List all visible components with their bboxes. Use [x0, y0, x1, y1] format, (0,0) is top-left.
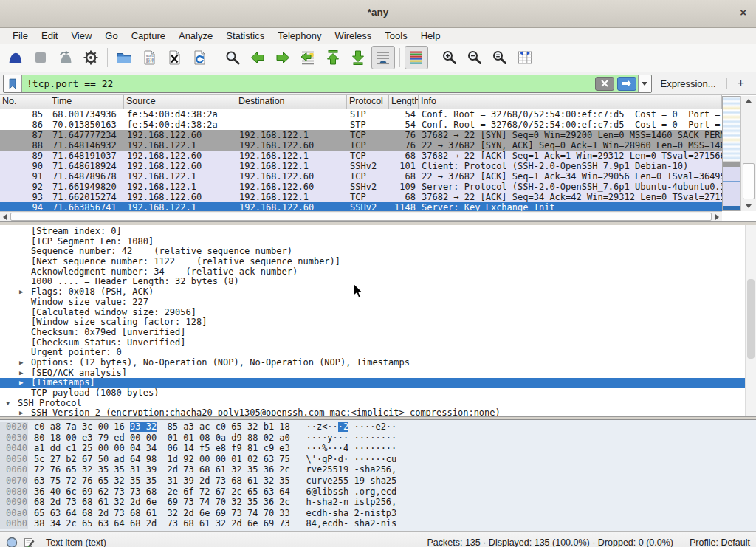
open-file-button[interactable]: [112, 46, 136, 69]
packet-row[interactable]: 9371.662015274192.168.122.60192.168.122.…: [0, 192, 722, 202]
previous-packet-button[interactable]: [246, 46, 269, 69]
restart-capture-button[interactable]: [54, 46, 78, 69]
filter-history-dropdown[interactable]: [638, 75, 651, 92]
menu-item[interactable]: Tools: [378, 29, 413, 43]
detail-line[interactable]: ▶[Timestamps]: [0, 378, 756, 388]
last-packet-button[interactable]: [346, 46, 370, 69]
menu-item[interactable]: Edit: [35, 29, 64, 43]
first-packet-button[interactable]: [321, 46, 345, 69]
column-header[interactable]: Info: [419, 95, 722, 109]
expand-arrow-icon[interactable]: ▶: [19, 287, 31, 297]
zoom-in-button[interactable]: [438, 46, 461, 69]
detail-line[interactable]: Window size value: 227: [0, 297, 756, 308]
filter-clear-button[interactable]: [595, 77, 614, 91]
scroll-left-button[interactable]: [0, 214, 10, 220]
menu-item[interactable]: Statistics: [219, 29, 271, 43]
stop-capture-button[interactable]: [29, 46, 52, 69]
zoom-out-button[interactable]: [463, 46, 487, 69]
hex-row[interactable]: 008036 40 6c 69 62 73 73 68 2e 6f 72 67 …: [0, 486, 756, 498]
goto-packet-button[interactable]: [296, 46, 320, 69]
column-header[interactable]: No.: [0, 95, 49, 109]
scroll-up-button[interactable]: [741, 96, 756, 106]
zoom-reset-button[interactable]: [488, 46, 512, 69]
menu-item[interactable]: Go: [98, 29, 124, 43]
packet-row[interactable]: 8871.648146932192.168.122.1192.168.122.6…: [0, 140, 722, 151]
expand-arrow-icon[interactable]: ▶: [19, 358, 31, 368]
add-filter-button[interactable]: +: [738, 77, 744, 90]
menu-item[interactable]: Help: [414, 29, 447, 43]
detail-line[interactable]: ▶Options: (12 bytes), No-Operation (NOP)…: [0, 358, 756, 368]
scroll-down-button[interactable]: [741, 202, 756, 211]
expert-info-button[interactable]: [6, 537, 18, 547]
close-icon[interactable]: ×: [740, 6, 746, 18]
detail-line[interactable]: [Calculated window size: 29056]: [0, 308, 756, 318]
packet-row[interactable]: 8771.647777234192.168.122.60192.168.122.…: [0, 130, 722, 140]
detail-line[interactable]: 1000 .... = Header Length: 32 bytes (8): [0, 277, 756, 287]
reload-file-button[interactable]: [188, 46, 211, 69]
capture-comment-button[interactable]: [24, 537, 35, 547]
expression-button[interactable]: Expression...: [661, 78, 716, 89]
detail-line[interactable]: ▶Flags: 0x018 (PSH, ACK): [0, 287, 756, 297]
scrollbar-track[interactable]: [741, 106, 756, 202]
scrollbar-thumb[interactable]: [747, 279, 755, 359]
detail-line[interactable]: [Next sequence number: 1122 (relative se…: [0, 257, 756, 267]
colorize-button[interactable]: [405, 46, 428, 69]
scrollbar-thumb[interactable]: [743, 163, 755, 199]
hex-row[interactable]: 00505c 27 b2 67 50 ad 64 98 1d 92 00 00 …: [0, 454, 756, 465]
detail-line[interactable]: [TCP Segment Len: 1080]: [0, 237, 756, 247]
menu-item[interactable]: View: [64, 29, 98, 43]
detail-line[interactable]: [Stream index: 0]: [0, 227, 756, 237]
expand-arrow-icon[interactable]: ▶: [19, 378, 31, 388]
hex-row[interactable]: 0040a1 dd c1 25 00 00 04 34 06 14 f5 e8 …: [0, 443, 756, 454]
hex-row[interactable]: 0020c0 a8 7a 3c 00 16 93 32 85 a3 ac c0 …: [0, 422, 756, 433]
menu-item[interactable]: Telephony: [271, 29, 328, 43]
detail-vertical-scrollbar[interactable]: [745, 225, 756, 416]
column-header[interactable]: Length: [389, 95, 419, 109]
hex-row[interactable]: 009068 2d 73 68 61 32 2d 6e 69 73 74 70 …: [0, 497, 756, 508]
packet-list-horizontal-scrollbar[interactable]: [0, 211, 722, 221]
find-packet-button[interactable]: [221, 46, 244, 69]
profile-text[interactable]: Profile: Default: [690, 537, 750, 547]
expand-arrow-icon[interactable]: ▶: [19, 368, 31, 379]
menu-item[interactable]: Analyze: [172, 29, 219, 43]
save-file-button[interactable]: 010101100111: [137, 46, 161, 69]
intelligent-scrollbar-minimap[interactable]: [722, 96, 740, 211]
auto-scroll-button[interactable]: [371, 46, 395, 69]
hex-row[interactable]: 003080 18 00 e3 79 ed 00 00 01 01 08 0a …: [0, 433, 756, 444]
filter-apply-button[interactable]: [617, 77, 636, 91]
detail-line[interactable]: ▼SSH Protocol: [0, 399, 756, 409]
detail-line[interactable]: Checksum: 0x79ed [unverified]: [0, 328, 756, 338]
start-capture-button[interactable]: [4, 46, 27, 69]
resize-columns-button[interactable]: [513, 46, 537, 69]
menu-item[interactable]: File: [6, 29, 35, 43]
packet-list-vertical-scrollbar[interactable]: [740, 96, 756, 211]
packet-row[interactable]: 9271.661949820192.168.122.1192.168.122.6…: [0, 182, 722, 192]
menu-item[interactable]: Capture: [125, 29, 172, 43]
detail-line[interactable]: [Checksum Status: Unverified]: [0, 338, 756, 348]
hex-row[interactable]: 006072 76 65 32 35 35 31 39 2d 73 68 61 …: [0, 464, 756, 475]
detail-line[interactable]: ▶SSH Version 2 (encryption:chacha20-poly…: [0, 408, 756, 416]
display-filter-input[interactable]: [22, 78, 594, 89]
packet-row[interactable]: 8568.001734936fe:54:00:d4:38:2aSTP54Conf…: [0, 109, 722, 120]
hex-row[interactable]: 007063 75 72 76 65 32 35 35 31 39 2d 73 …: [0, 475, 756, 486]
scrollbar-thumb[interactable]: [10, 213, 712, 221]
filter-bookmark-button[interactable]: [4, 75, 22, 92]
packet-row[interactable]: 9071.648618924192.168.122.60192.168.122.…: [0, 161, 722, 171]
detail-line[interactable]: [Window size scaling factor: 128]: [0, 317, 756, 328]
expand-arrow-icon[interactable]: ▼: [6, 399, 18, 409]
column-header[interactable]: Time: [49, 95, 124, 109]
scroll-right-button[interactable]: [712, 214, 722, 220]
packet-row[interactable]: 9171.648789678192.168.122.1192.168.122.6…: [0, 171, 722, 182]
column-header[interactable]: Source: [124, 95, 236, 109]
detail-line[interactable]: Urgent pointer: 0: [0, 348, 756, 358]
next-packet-button[interactable]: [271, 46, 295, 69]
expand-arrow-icon[interactable]: ▶: [19, 408, 31, 416]
packet-row[interactable]: 8971.648191037192.168.122.60192.168.122.…: [0, 151, 722, 161]
detail-line[interactable]: Sequence number: 42 (relative sequence n…: [0, 247, 756, 257]
menu-item[interactable]: Wireless: [329, 29, 379, 43]
detail-line[interactable]: TCP payload (1080 bytes): [0, 388, 756, 399]
detail-line[interactable]: Acknowledgment number: 34 (relative ack …: [0, 267, 756, 278]
hex-row[interactable]: 00b038 34 2c 65 63 64 68 2d 73 68 61 32 …: [0, 518, 756, 529]
packet-row[interactable]: 8670.013850163fe:54:00:d4:38:2aSTP54Conf…: [0, 120, 722, 130]
column-header[interactable]: Destination: [236, 95, 347, 109]
